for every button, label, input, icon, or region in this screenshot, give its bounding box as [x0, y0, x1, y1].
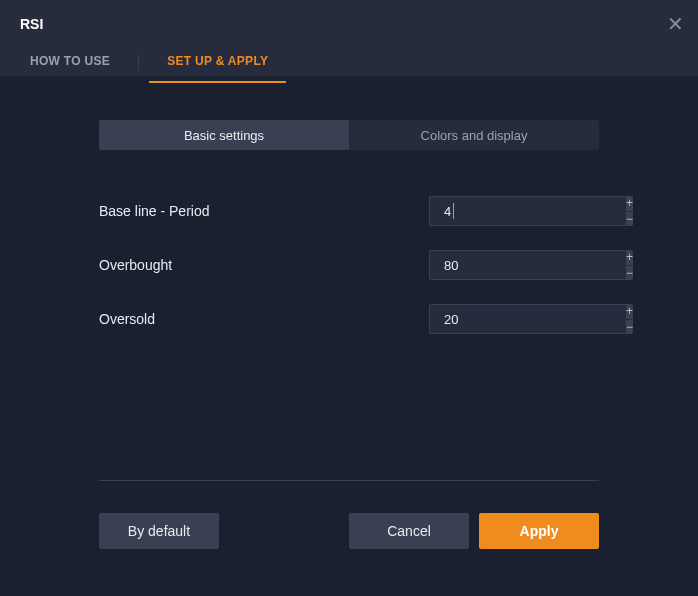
- dialog-content: Basic settings Colors and display Base l…: [0, 76, 698, 549]
- increment-button[interactable]: +: [626, 304, 633, 320]
- main-tabs: HOW TO USE SET UP & APPLY: [0, 44, 698, 82]
- stepper-baseline-period: + −: [429, 196, 599, 226]
- input-overbought[interactable]: [429, 250, 626, 280]
- close-button[interactable]: ✕: [667, 14, 684, 34]
- tab-separator: [138, 55, 139, 71]
- text-caret: [453, 203, 454, 219]
- dialog-footer: By default Cancel Apply: [99, 513, 599, 549]
- decrement-button[interactable]: −: [626, 320, 633, 335]
- row-overbought: Overbought + −: [99, 238, 599, 292]
- input-oversold[interactable]: [429, 304, 626, 334]
- label-oversold: Oversold: [99, 311, 429, 327]
- by-default-button[interactable]: By default: [99, 513, 219, 549]
- label-baseline-period: Base line - Period: [99, 203, 429, 219]
- sub-tabs: Basic settings Colors and display: [99, 120, 599, 150]
- stepper-buttons: + −: [626, 304, 633, 334]
- subtab-colors-display[interactable]: Colors and display: [349, 120, 599, 150]
- decrement-button[interactable]: −: [626, 212, 633, 227]
- apply-button[interactable]: Apply: [479, 513, 599, 549]
- increment-button[interactable]: +: [626, 196, 633, 212]
- divider: [99, 480, 599, 481]
- row-oversold: Oversold + −: [99, 292, 599, 346]
- dialog-header: RSI ✕ HOW TO USE SET UP & APPLY: [0, 0, 698, 76]
- tab-set-up-apply[interactable]: SET UP & APPLY: [157, 44, 278, 82]
- settings-form: Base line - Period + − Overbought + −: [99, 184, 599, 346]
- stepper-oversold: + −: [429, 304, 599, 334]
- cancel-button[interactable]: Cancel: [349, 513, 469, 549]
- close-icon: ✕: [667, 13, 684, 35]
- label-overbought: Overbought: [99, 257, 429, 273]
- tab-how-to-use[interactable]: HOW TO USE: [20, 44, 120, 82]
- row-baseline-period: Base line - Period + −: [99, 184, 599, 238]
- spacer: [229, 513, 339, 549]
- subtab-basic-settings[interactable]: Basic settings: [99, 120, 349, 150]
- stepper-overbought: + −: [429, 250, 599, 280]
- stepper-buttons: + −: [626, 250, 633, 280]
- input-baseline-period[interactable]: [429, 196, 626, 226]
- dialog-title: RSI: [0, 0, 698, 32]
- increment-button[interactable]: +: [626, 250, 633, 266]
- decrement-button[interactable]: −: [626, 266, 633, 281]
- stepper-buttons: + −: [626, 196, 633, 226]
